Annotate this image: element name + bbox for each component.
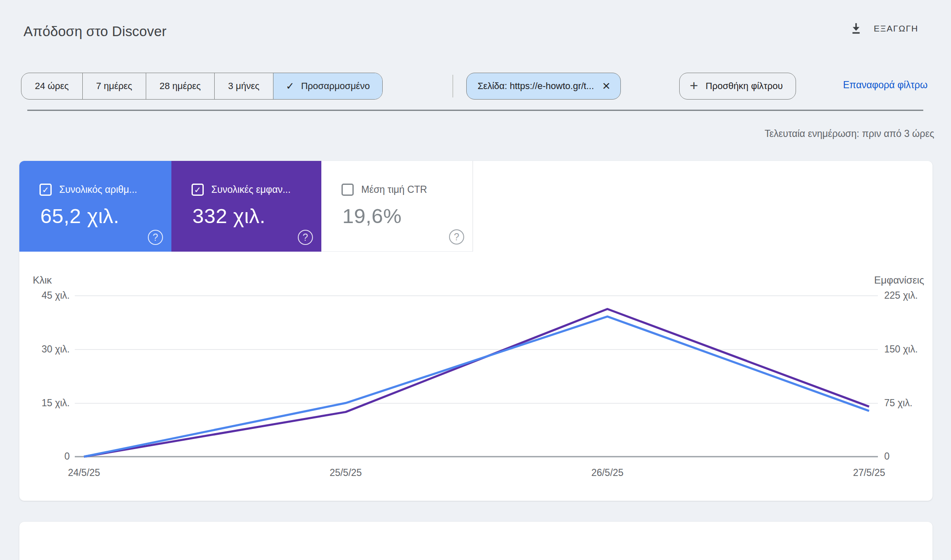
add-filter-label: Προσθήκη φίλτρου [706, 81, 783, 92]
filter-bar-divider [27, 110, 923, 111]
range-28d-label: 28 ημέρες [160, 81, 201, 92]
metric-card-ctr[interactable]: ✓ Μέση τιμή CTR 19,6% ? [321, 161, 473, 252]
x-tick: 25/5/25 [316, 467, 375, 478]
right-tick: 75 χιλ. [884, 397, 912, 409]
plus-icon: + [690, 77, 698, 94]
page-filter-chip[interactable]: Σελίδα: https://e-howto.gr/t... × [466, 73, 621, 100]
date-range-group: 24 ώρες 7 ημέρες 28 ημέρες 3 μήνες ✓ Προ… [21, 73, 383, 100]
range-custom[interactable]: ✓ Προσαρμοσμένο [273, 73, 383, 99]
performance-panel: ✓ Συνολικός αριθμ... 65,2 χιλ. ? ✓ Συνολ… [19, 161, 933, 501]
metric-card-impressions[interactable]: ✓ Συνολικές εμφαν... 332 χιλ. ? [171, 161, 321, 252]
help-icon[interactable]: ? [298, 230, 313, 245]
add-filter-chip[interactable]: + Προσθήκη φίλτρου [679, 73, 796, 100]
ctr-value: 19,6% [342, 204, 473, 228]
right-tick: 0 [884, 450, 890, 463]
export-label: ΕΞΑΓΩΓΗ [874, 24, 918, 34]
last-update-text: Τελευταία ενημέρωση: πριν από 3 ώρες [764, 128, 934, 139]
range-custom-label: Προσαρμοσμένο [301, 81, 370, 92]
check-icon: ✓ [286, 80, 294, 92]
impressions-value: 332 χιλ. [192, 204, 321, 228]
page-title: Απόδοση στο Discover [24, 24, 167, 39]
left-tick: 15 χιλ. [19, 397, 70, 409]
impressions-checkbox[interactable]: ✓ [192, 184, 204, 196]
range-3m-label: 3 μήνες [228, 81, 260, 92]
range-3m[interactable]: 3 μήνες [214, 73, 273, 99]
left-tick: 30 χιλ. [19, 343, 70, 355]
impressions-label: Συνολικές εμφαν... [211, 184, 291, 195]
range-7d-label: 7 ημέρες [96, 81, 132, 92]
next-panel [19, 522, 933, 560]
left-axis-title: Κλικ [33, 274, 52, 286]
metric-card-clicks[interactable]: ✓ Συνολικός αριθμ... 65,2 χιλ. ? [19, 161, 171, 252]
range-28d[interactable]: 28 ημέρες [146, 73, 214, 99]
right-tick: 150 χιλ. [884, 343, 918, 355]
ctr-checkbox[interactable]: ✓ [342, 184, 354, 196]
clicks-value: 65,2 χιλ. [40, 204, 171, 228]
range-24h[interactable]: 24 ώρες [21, 73, 82, 99]
clicks-label: Συνολικός αριθμ... [59, 184, 137, 195]
help-icon[interactable]: ? [449, 229, 464, 245]
close-icon[interactable]: × [602, 79, 610, 92]
x-tick: 24/5/25 [55, 467, 113, 478]
clicks-checkbox[interactable]: ✓ [39, 184, 52, 196]
export-button[interactable]: ΕΞΑΓΩΓΗ [849, 22, 918, 35]
filter-separator [452, 75, 453, 97]
right-tick: 225 χιλ. [884, 289, 918, 302]
range-7d[interactable]: 7 ημέρες [82, 73, 146, 99]
download-icon [849, 22, 863, 35]
help-icon[interactable]: ? [148, 230, 163, 245]
left-tick: 0 [19, 450, 70, 463]
chart-line-impressions [84, 309, 869, 457]
chart-svg [74, 287, 880, 463]
left-tick: 45 χιλ. [19, 289, 70, 302]
reset-filters-link[interactable]: Επαναφορά φίλτρω [843, 79, 951, 91]
range-24h-label: 24 ώρες [35, 81, 69, 92]
right-axis-title: Εμφανίσεις [874, 274, 924, 286]
ctr-label: Μέση τιμή CTR [361, 184, 427, 195]
x-tick: 27/5/25 [840, 467, 898, 478]
page-filter-label: Σελίδα: https://e-howto.gr/t... [478, 81, 594, 92]
x-tick: 26/5/25 [578, 467, 637, 478]
